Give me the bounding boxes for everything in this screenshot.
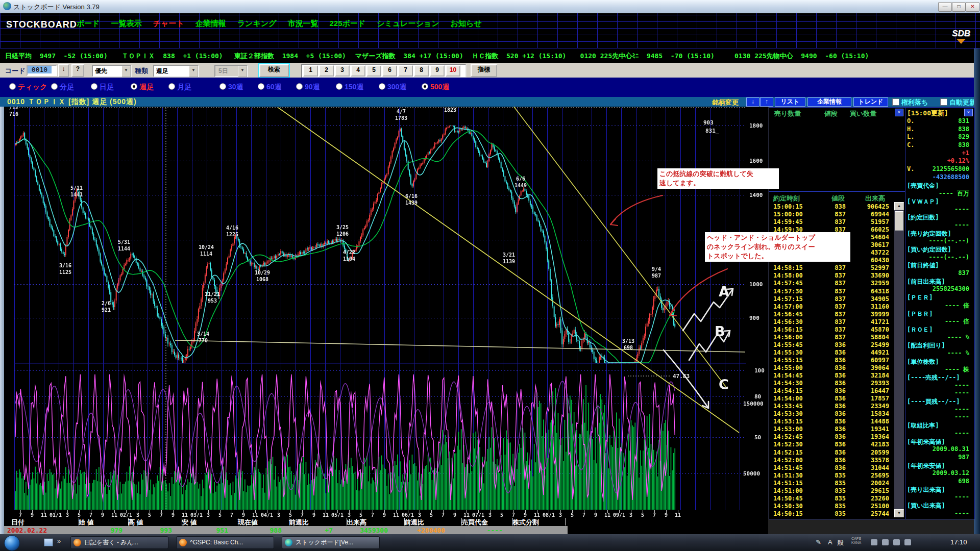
chevron-down-icon[interactable]: ▼ bbox=[121, 66, 131, 77]
close-icon[interactable]: × bbox=[895, 109, 903, 116]
page-button-3[interactable]: 3 bbox=[335, 65, 350, 77]
menu-item[interactable]: 市況一覧 bbox=[288, 19, 318, 29]
timeframe-500週[interactable]: 500週 bbox=[422, 83, 449, 92]
radio-icon[interactable] bbox=[91, 83, 97, 90]
bottom-header-0: 日付 bbox=[7, 518, 79, 525]
ime-mode-a[interactable]: A bbox=[828, 538, 832, 546]
ticker-segment: 0130 225先物中心 9490 -60 (15:10) bbox=[734, 52, 869, 61]
radio-icon[interactable] bbox=[422, 83, 428, 90]
menu-item[interactable]: 225ボード bbox=[330, 19, 366, 29]
chevron-down-icon[interactable]: ▼ bbox=[189, 66, 198, 77]
ex-rights-checkbox[interactable] bbox=[892, 98, 899, 106]
shield-icon[interactable] bbox=[893, 539, 900, 545]
firefox-icon bbox=[179, 539, 187, 546]
menu-item[interactable]: チャート bbox=[153, 19, 184, 29]
timeframe-150週[interactable]: 150週 bbox=[336, 83, 363, 92]
scroll-down-icon[interactable]: ▼ bbox=[894, 509, 904, 517]
radio-icon[interactable] bbox=[51, 83, 58, 90]
minimize-button[interactable]: ― bbox=[938, 2, 952, 12]
page-button-2[interactable]: 2 bbox=[319, 65, 334, 77]
task-button[interactable]: ストックボード[Ve... bbox=[282, 536, 380, 549]
page-button-9[interactable]: 9 bbox=[430, 65, 445, 77]
timeframe-30週[interactable]: 30週 bbox=[219, 83, 243, 92]
quick-launch-more[interactable]: » bbox=[57, 537, 61, 545]
speaker-icon[interactable] bbox=[871, 539, 877, 545]
menu-item[interactable]: 企業情報 bbox=[195, 19, 226, 29]
quote-stat-line: [年初来高値] bbox=[905, 438, 974, 446]
start-button[interactable] bbox=[4, 535, 20, 551]
symbol-up-button[interactable]: ↑ bbox=[760, 97, 773, 107]
help-button[interactable]: ? bbox=[71, 64, 84, 77]
radio-icon[interactable] bbox=[296, 83, 303, 90]
timeframe-60週[interactable]: 60週 bbox=[258, 83, 282, 92]
quote-stat-line: [買い約定回数] bbox=[905, 245, 974, 254]
page-button-8[interactable]: 8 bbox=[414, 65, 429, 77]
bottom-value-5: +7 bbox=[286, 527, 333, 534]
quick-launch-icon[interactable] bbox=[44, 538, 53, 546]
auto-update-checkbox[interactable] bbox=[940, 98, 947, 106]
tape-row: 15:00:15838906425 bbox=[769, 203, 891, 211]
task-button[interactable]: 日記を書く - みん... bbox=[70, 536, 168, 549]
quote-stat-line: +0.12% bbox=[905, 157, 974, 165]
code-spin-button[interactable]: ↓ bbox=[58, 64, 69, 77]
indicator-button[interactable]: 指標 bbox=[471, 64, 497, 77]
search-button[interactable]: 検索 bbox=[259, 64, 289, 77]
page-button-7[interactable]: 7 bbox=[398, 65, 413, 77]
company-info-button[interactable]: 企業情報 bbox=[807, 97, 851, 107]
timeframe-ティック[interactable]: ティック bbox=[9, 83, 47, 92]
menu-item[interactable]: シミュレーション bbox=[377, 19, 439, 29]
quote-update-time: [15:00更新] bbox=[907, 109, 948, 118]
radio-icon[interactable] bbox=[131, 83, 137, 90]
tape-row: 14:53:0083619341 bbox=[769, 425, 891, 433]
quote-stat-line: ---- 倍 bbox=[905, 317, 974, 325]
close-icon[interactable]: × bbox=[964, 109, 973, 116]
timeframe-週足[interactable]: 週足 bbox=[131, 83, 154, 92]
radio-icon[interactable] bbox=[168, 83, 175, 90]
task-button[interactable]: ^GSPC: Basic Ch... bbox=[176, 536, 274, 549]
price-chart-canvas[interactable] bbox=[4, 107, 768, 517]
page-number-panel: 12345678910 bbox=[301, 64, 467, 78]
menu-item[interactable]: ランキング bbox=[237, 19, 277, 29]
symbol-change-label[interactable]: 銘柄変更 bbox=[712, 98, 739, 107]
radio-icon[interactable] bbox=[379, 83, 385, 90]
quote-stat-line: [約定回数] bbox=[905, 213, 974, 221]
priority-select[interactable]: 優先▼ bbox=[92, 65, 132, 77]
radio-icon[interactable] bbox=[9, 83, 16, 90]
menu-item[interactable]: 一覧表示 bbox=[111, 19, 142, 29]
page-button-10[interactable]: 10 bbox=[446, 65, 460, 77]
bottom-header-9: 株式分割 bbox=[508, 518, 566, 525]
page-button-5[interactable]: 5 bbox=[366, 65, 381, 77]
kind-select[interactable]: 週足▼ bbox=[153, 65, 199, 77]
radio-icon[interactable] bbox=[219, 83, 226, 90]
scroll-up-icon[interactable]: ▲ bbox=[894, 202, 904, 210]
page-button-6[interactable]: 6 bbox=[382, 65, 397, 77]
list-button[interactable]: リスト bbox=[775, 97, 805, 107]
timeframe-分足[interactable]: 分足 bbox=[51, 83, 74, 92]
timeframe-90週[interactable]: 90週 bbox=[296, 83, 320, 92]
quote-stat-line: H.838 bbox=[905, 126, 974, 134]
close-button[interactable]: ✕ bbox=[966, 2, 979, 12]
page-button-4[interactable]: 4 bbox=[351, 65, 365, 77]
tape-row: 14:50:1583525744 bbox=[769, 510, 891, 518]
timeframe-日足[interactable]: 日足 bbox=[91, 83, 114, 92]
note-line: のネックライン割れ。売りのスイー bbox=[707, 242, 848, 252]
network-icon[interactable] bbox=[882, 539, 889, 545]
tape-scrollbar[interactable]: ▲ ▼ bbox=[894, 202, 904, 517]
menu-item[interactable]: お知らせ bbox=[451, 19, 482, 29]
page-button-1[interactable]: 1 bbox=[303, 65, 318, 77]
radio-icon[interactable] bbox=[336, 83, 342, 90]
symbol-down-button[interactable]: ↓ bbox=[746, 97, 760, 107]
ime-pen-icon[interactable]: ✎ bbox=[816, 538, 821, 546]
maximize-button[interactable]: □ bbox=[952, 2, 966, 12]
radio-icon[interactable] bbox=[258, 83, 264, 90]
timeframe-300週[interactable]: 300週 bbox=[379, 83, 406, 92]
window-titlebar[interactable]: ストックボード Version 3.79 ― □ ✕ bbox=[0, 0, 980, 14]
tray-app-icon[interactable] bbox=[904, 539, 911, 545]
code-input[interactable]: 0010 bbox=[27, 65, 57, 76]
ime-mode-general[interactable]: 般 bbox=[837, 538, 844, 547]
trend-button[interactable]: トレンド bbox=[853, 97, 888, 107]
timeframe-月足[interactable]: 月足 bbox=[168, 83, 191, 92]
menu-item[interactable]: ボード bbox=[77, 19, 100, 29]
scrollbar-thumb[interactable] bbox=[895, 211, 903, 231]
tape-row: 14:51:3083525695 bbox=[769, 472, 891, 480]
